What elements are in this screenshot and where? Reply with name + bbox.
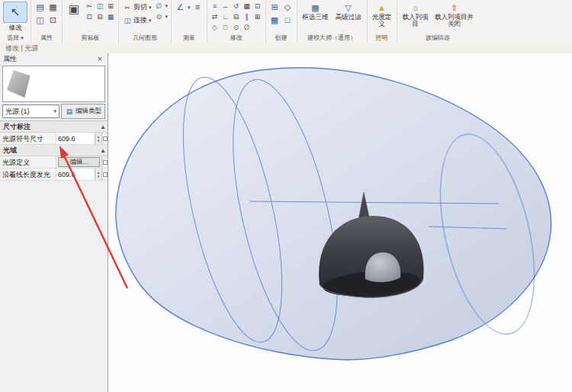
edit-type-icon: ▤	[65, 107, 74, 116]
join-geometry-button[interactable]: ◫ 连接 ▾	[122, 14, 153, 26]
chevron-down-icon: ▾	[165, 14, 169, 20]
options-bar: 修改 | 光源	[0, 43, 572, 54]
spinner-control[interactable]: ▴ ▾	[95, 133, 101, 144]
measure-icon[interactable]: ∠	[175, 2, 186, 13]
associate-parameter-button[interactable]	[101, 169, 108, 180]
chevron-down-icon: ▾	[149, 18, 152, 24]
match-icon[interactable]: ⊞	[106, 2, 115, 11]
family-preview[interactable]	[2, 66, 105, 102]
align-icon[interactable]: ≡	[210, 2, 220, 11]
demolish-icon[interactable]: ⊙	[155, 12, 164, 21]
advanced-filter-button[interactable]: ▽ 高级过滤	[333, 2, 364, 21]
rotate-icon[interactable]: ↺	[232, 2, 241, 11]
ribbon-group-properties: ▤ ▦ ◫ ⊡ 属性	[31, 0, 63, 43]
join-geometry-icon: ◫	[123, 16, 132, 25]
clip-icon[interactable]: ⊟	[95, 12, 104, 21]
ribbon-group-label-properties: 属性	[31, 34, 62, 42]
mirror-icon[interactable]: ⇄	[210, 12, 220, 21]
grid-icon[interactable]: ▦	[47, 2, 59, 13]
ribbon-group-label-measure: 测量	[172, 34, 207, 42]
chevron-down-icon: ▾	[149, 5, 152, 11]
close-icon[interactable]: ×	[95, 55, 104, 63]
drawing-area-3d-view[interactable]	[108, 53, 572, 392]
window-icon[interactable]: ◫	[34, 14, 46, 26]
properties-grid: 尺寸标注 ▴ 光源符号尺寸 609.6 ▴ ▾ 光域 ▴ 光源定义 编辑... …	[0, 120, 108, 181]
properties-title: 属性	[3, 54, 17, 64]
coping-icon[interactable]: ∅	[155, 2, 164, 11]
context-label: 修改 | 光源	[5, 43, 38, 53]
preview-thumbnail	[7, 70, 34, 98]
cut-small-icon[interactable]: ✂	[85, 2, 94, 11]
property-label: 光源定义	[0, 156, 56, 168]
ribbon-group-label-geometry: 几何图形	[119, 34, 171, 42]
pin-icon[interactable]: ⊞	[253, 12, 262, 21]
unpin-icon[interactable]: ◇	[210, 23, 220, 32]
ribbon-group-modeling-master: ▦ 框选三维 ▽ 高级过滤 建模大师（通用）	[297, 0, 368, 43]
ribbon-group-family-editor: ⌂ 载入到项目 ⇧ 载入到项目并关闭 族编辑器	[397, 0, 479, 43]
ribbon-group-label-select[interactable]: 选择 ▾	[0, 34, 31, 42]
create-group-icon[interactable]: ⊞	[269, 2, 281, 13]
advanced-filter-icon: ▽	[342, 2, 354, 14]
create-assembly-icon[interactable]: ▦	[269, 14, 281, 26]
ribbon-group-label-lighting: 照明	[368, 34, 397, 42]
load-into-project-button[interactable]: ⌂ 载入到项目	[400, 2, 431, 27]
create-similar-icon[interactable]: ◇	[282, 2, 294, 13]
paste-option-icon[interactable]: ⊡	[85, 12, 94, 21]
line-length-input[interactable]: 609.6	[56, 169, 95, 180]
ribbon-group-modify: ≡ ↔ ↺ ▦ ⊡ ⇄ ∟ ⊟ ∥ ⊞ ◇ □ ⊙ ∅ 修改	[207, 0, 266, 43]
ribbon-group-lighting: ▲ 光度定义 照明	[368, 0, 397, 43]
ribbon: ↖ 修改 选择 ▾ ▤ ▦ ◫ ⊡ 属性 ▣ ✂ ◫ ⊞	[0, 0, 572, 43]
load-into-project-close-icon: ⇧	[448, 2, 460, 14]
light-definition-edit-button[interactable]: 编辑...	[58, 157, 100, 167]
ribbon-group-label-modify: 修改	[207, 34, 265, 42]
sheet-icon[interactable]: ⊡	[47, 14, 59, 26]
box-select-3d-icon: ▦	[310, 2, 321, 14]
ungroup-icon[interactable]: ∅	[243, 23, 252, 32]
section-dimensions[interactable]: 尺寸标注 ▴	[0, 121, 108, 133]
dimension-icon[interactable]: ≡	[192, 2, 204, 13]
format-icon[interactable]: ▦	[106, 12, 115, 21]
paste-icon[interactable]: ▣	[66, 2, 82, 17]
split-icon[interactable]: ⊟	[232, 12, 241, 21]
capsule-body	[116, 68, 551, 360]
modify-tool-label: 修改	[9, 24, 22, 33]
array-icon[interactable]: ▦	[243, 2, 252, 11]
capsule-3d-model	[108, 53, 572, 392]
collapse-icon: ▴	[101, 147, 104, 154]
offset-icon[interactable]: ∥	[243, 12, 252, 21]
chevron-down-icon: ▾	[21, 35, 24, 40]
spinner-control[interactable]: ▴ ▾	[95, 169, 101, 180]
group-icon[interactable]: ⊙	[232, 23, 241, 32]
photometric-definition-button[interactable]: ▲ 光度定义	[371, 2, 394, 27]
modify-tool-button[interactable]: ↖	[3, 2, 27, 23]
property-row-light-definition: 光源定义 编辑...	[0, 156, 108, 169]
property-label: 沿着线长度发光	[0, 169, 56, 180]
edit-type-button[interactable]: ▤ 编辑类型	[61, 104, 105, 119]
scale-icon[interactable]: ⊡	[253, 2, 262, 11]
cursor-icon: ↖	[11, 5, 21, 19]
symbol-size-input[interactable]: 609.6	[56, 133, 95, 144]
type-selector[interactable]: 光源 (1) ▾	[2, 104, 59, 118]
ribbon-group-geometry: ✂ 剪切 ▾ ◫ 连接 ▾ ∅ ▾ ⊙ ▾ 几何图形	[119, 0, 172, 43]
associate-parameter-button[interactable]	[101, 156, 108, 168]
load-into-project-close-button[interactable]: ⇧ 载入到项目并关闭	[433, 2, 476, 27]
ribbon-group-clipboard: ▣ ✂ ◫ ⊞ ⊡ ⊟ ▦ 剪贴板	[63, 0, 119, 43]
chevron-down-icon: ▾	[165, 3, 169, 9]
cut-geometry-icon: ✂	[123, 3, 132, 12]
load-into-project-icon: ⌂	[410, 2, 421, 14]
section-photometrics[interactable]: 光域 ▴	[0, 145, 108, 156]
associate-parameter-button[interactable]	[101, 133, 108, 144]
properties-icon[interactable]: ▤	[34, 2, 46, 13]
move-icon[interactable]: ↔	[221, 2, 230, 11]
collapse-icon: ▴	[101, 124, 104, 130]
delete-icon[interactable]: □	[221, 23, 230, 32]
type-name: 光源 (1)	[5, 107, 30, 117]
ribbon-group-create: ⊞ ◇ ▦ □ 创建	[266, 0, 297, 43]
cut-geometry-button[interactable]: ✂ 剪切 ▾	[122, 2, 153, 13]
trim-icon[interactable]: ∟	[221, 12, 230, 21]
property-row-symbol-size: 光源符号尺寸 609.6 ▴ ▾	[0, 133, 108, 145]
create-part-icon[interactable]: □	[282, 14, 294, 26]
spin-down-icon: ▾	[98, 175, 100, 178]
box-select-3d-button[interactable]: ▦ 框选三维	[300, 2, 331, 21]
copy-icon[interactable]: ◫	[95, 2, 104, 11]
